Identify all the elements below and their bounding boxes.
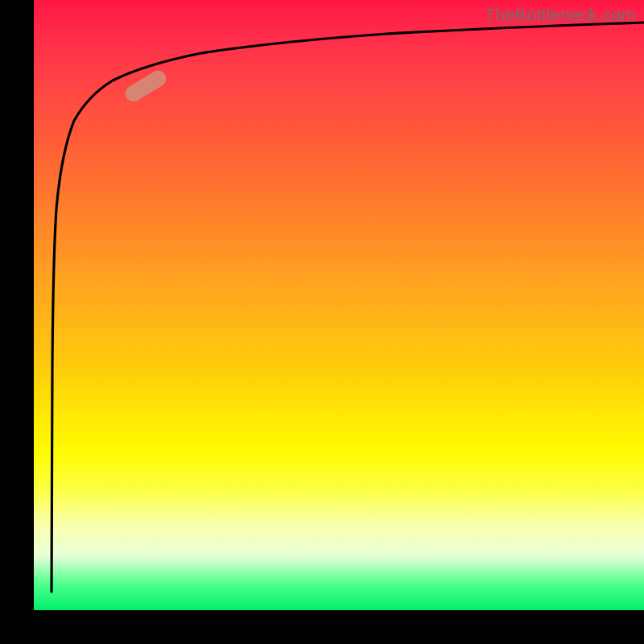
x-axis	[0, 610, 644, 644]
y-axis	[0, 0, 34, 644]
bottleneck-chart: TheBottleneck.com	[0, 0, 644, 644]
watermark-text: TheBottleneck.com	[485, 5, 636, 26]
